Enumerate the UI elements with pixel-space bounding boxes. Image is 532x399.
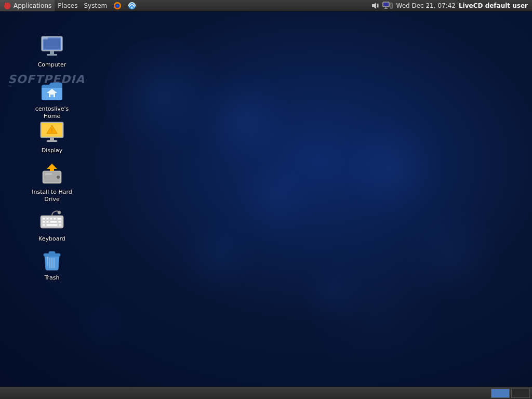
svg-point-4 <box>9 4 11 6</box>
install-label: Install to Hard Drive <box>31 189 73 204</box>
svg-rect-36 <box>45 173 52 175</box>
display-icon-img: ! <box>39 120 64 145</box>
keyboard-label: Keyboard <box>38 235 65 243</box>
svg-rect-50 <box>59 224 61 226</box>
network-icon <box>128 2 136 10</box>
panel-left: Applications Places System <box>0 0 371 11</box>
svg-rect-31 <box>47 140 57 142</box>
bokeh-3 <box>234 157 317 240</box>
svg-rect-47 <box>58 221 61 223</box>
trash-icon[interactable]: Trash <box>29 245 75 284</box>
svg-point-7 <box>116 5 118 7</box>
svg-rect-43 <box>57 218 61 220</box>
svg-marker-35 <box>47 164 57 171</box>
panel-right: Wed Dec 21, 07:42 LiveCD default user <box>371 2 532 10</box>
bokeh-8 <box>78 297 130 349</box>
places-menu[interactable]: Places <box>55 0 81 11</box>
places-label: Places <box>58 2 77 9</box>
volume-icon[interactable] <box>371 2 379 10</box>
system-label: System <box>84 2 107 9</box>
computer-label: Computer <box>38 61 66 69</box>
svg-marker-10 <box>372 3 376 9</box>
svg-rect-53 <box>49 251 55 254</box>
softpedia-sub: ™ <box>8 85 14 90</box>
network-manager-launcher[interactable] <box>125 0 139 11</box>
top-panel: Applications Places System <box>0 0 532 11</box>
svg-rect-12 <box>383 3 389 6</box>
svg-rect-20 <box>50 51 54 54</box>
svg-rect-22 <box>43 37 48 39</box>
trash-icon-img <box>39 247 64 272</box>
firefox-icon <box>113 2 122 10</box>
bokeh-5 <box>182 219 255 292</box>
system-menu[interactable]: System <box>81 0 110 11</box>
svg-rect-45 <box>46 221 49 223</box>
bottom-panel <box>0 387 532 399</box>
datetime-label: Wed Dec 21, 07:42 <box>396 2 456 9</box>
home-icon[interactable]: centoslive's Home <box>29 76 75 123</box>
display-icon[interactable]: ! Display <box>29 118 75 156</box>
svg-rect-19 <box>44 38 60 49</box>
bokeh-4 <box>338 115 442 219</box>
applications-label: Applications <box>14 2 51 9</box>
svg-rect-41 <box>50 218 52 220</box>
workspace-1-button[interactable] <box>491 389 510 398</box>
svg-rect-16 <box>391 3 392 8</box>
username-label: LiveCD default user <box>459 2 528 9</box>
bokeh-9 <box>312 245 442 375</box>
svg-rect-49 <box>46 224 58 226</box>
svg-point-3 <box>8 3 10 5</box>
svg-rect-44 <box>43 221 45 223</box>
svg-rect-46 <box>50 221 57 223</box>
display-network-icon[interactable] <box>382 2 393 10</box>
install-icon[interactable]: Install to Hard Drive <box>29 159 75 206</box>
svg-point-9 <box>131 7 133 8</box>
svg-point-51 <box>58 211 61 214</box>
gnome-foot-icon <box>3 2 11 10</box>
svg-rect-42 <box>54 218 56 220</box>
firefox-launcher[interactable] <box>110 0 125 11</box>
computer-icon-img <box>39 34 64 59</box>
svg-point-1 <box>5 3 7 5</box>
home-icon-img <box>39 78 64 103</box>
applications-menu[interactable]: Applications <box>0 0 55 11</box>
display-label: Display <box>42 147 63 154</box>
svg-text:!: ! <box>51 128 54 134</box>
svg-point-34 <box>57 176 60 179</box>
svg-rect-40 <box>46 218 49 220</box>
trash-label: Trash <box>44 274 59 282</box>
workspace-2-button[interactable] <box>511 389 530 398</box>
svg-rect-21 <box>47 54 57 56</box>
bokeh-2 <box>197 74 291 167</box>
svg-rect-30 <box>50 138 54 140</box>
keyboard-icon[interactable]: Keyboard <box>29 206 75 245</box>
svg-rect-39 <box>43 218 45 220</box>
svg-point-2 <box>7 2 8 4</box>
keyboard-icon-img <box>39 208 64 233</box>
desktop: SOFTPEDIA ™ Computer <box>0 11 532 388</box>
svg-rect-48 <box>43 224 45 226</box>
install-icon-img <box>39 162 64 187</box>
svg-rect-25 <box>50 95 54 97</box>
computer-icon[interactable]: Computer <box>29 32 75 71</box>
